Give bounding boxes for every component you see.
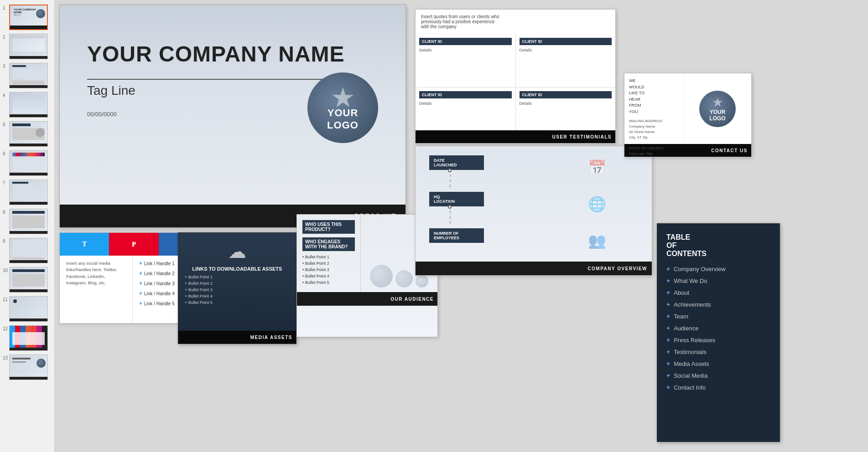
aud-bullet-2: • Bullet Point 2 bbox=[302, 261, 355, 266]
plus-icon-5: + bbox=[139, 300, 142, 307]
thumb-bottom-bar bbox=[10, 26, 47, 29]
client-bar-1: CLIENT ID bbox=[419, 38, 512, 45]
toc-title-block: TABLE OF CONTENTS bbox=[666, 233, 770, 258]
toc-title-line2: OF bbox=[666, 241, 770, 250]
company-overview-label: COMPANY OVERVIEW bbox=[587, 266, 647, 271]
toc-item-achievements[interactable]: + Achievements bbox=[666, 301, 770, 308]
toc-plus-icon-1: + bbox=[666, 265, 670, 272]
toc-label-team: Team bbox=[674, 313, 688, 320]
co-bottom-bar: COMPANY OVERVIEW bbox=[416, 262, 652, 275]
toc-item-testimonials[interactable]: + Testimonials bbox=[666, 348, 770, 355]
toc-item-media-assets[interactable]: + Media Assets bbox=[666, 360, 770, 367]
slide-date: 00/00/0000 bbox=[87, 111, 117, 118]
mac-bottom-bar: MEDIA ASSETS bbox=[178, 331, 296, 344]
toc-item-what-we-do[interactable]: + What We Do bbox=[666, 277, 770, 284]
pinterest-icon: 𝐏 bbox=[132, 241, 136, 248]
toc-item-team[interactable]: + Team bbox=[666, 313, 770, 320]
mac-bullets: + Bullet Point 1 + Bullet Point 2 + Bull… bbox=[178, 272, 296, 309]
slide-thumb-6[interactable]: 6 bbox=[0, 149, 54, 178]
slide-thumb-2[interactable]: 2 bbox=[0, 32, 54, 61]
toc-item-contact-info[interactable]: + Contact Info bbox=[666, 384, 770, 391]
toc-item-social-media[interactable]: + Social Media bbox=[666, 372, 770, 379]
testimonials-slide: Insert quotes from users or clients who … bbox=[415, 9, 616, 144]
pinterest-icon-btn[interactable]: 𝐏 bbox=[109, 233, 158, 256]
slide-num-4: 4 bbox=[3, 93, 9, 98]
slide-thumb-9[interactable]: 9 bbox=[0, 236, 54, 265]
slide-thumb-3[interactable]: 3 bbox=[0, 61, 54, 90]
toc-plus-icon-5: + bbox=[666, 313, 670, 320]
co-hq-location-box: HQLOCATION bbox=[429, 192, 484, 206]
social-link-label-3: Link / Handle 3 bbox=[144, 281, 175, 286]
co-dot-1 bbox=[448, 169, 452, 172]
aud-circle-lg bbox=[370, 265, 393, 288]
slide-logo-text: YOURLOGO bbox=[327, 107, 359, 131]
slide-num-12: 12 bbox=[3, 326, 9, 331]
slide-thumb-4[interactable]: 4 bbox=[0, 90, 54, 119]
client-bar-4: CLIENT ID bbox=[520, 91, 612, 98]
user-testimonials-label: USER TESTIMONIALS bbox=[552, 134, 612, 139]
toc-label-testimonials: Testimonials bbox=[674, 349, 707, 355]
plus-icon-2: + bbox=[139, 270, 142, 277]
social-link-label-1: Link / Handle 1 bbox=[144, 261, 175, 266]
slide-num-8: 8 bbox=[3, 210, 9, 215]
toc-title-line3: CONTENTS bbox=[666, 250, 770, 258]
toc-label-what-we-do: What We Do bbox=[674, 277, 707, 284]
toc-item-about[interactable]: + About bbox=[666, 289, 770, 296]
toc-plus-icon-10: + bbox=[666, 372, 670, 379]
contact-us-label: CONTACT US bbox=[711, 148, 748, 153]
toc-label-achievements: Achievements bbox=[674, 301, 711, 308]
slide-thumb-12[interactable]: 12 bbox=[0, 324, 54, 353]
toc-item-press-releases[interactable]: + Press Releases bbox=[666, 336, 770, 344]
aud-circle-md bbox=[395, 270, 413, 288]
slide-thumb-13[interactable]: 13 bbox=[0, 353, 54, 382]
toc-plus-icon-11: + bbox=[666, 384, 670, 391]
aud-bottom-bar: OUR AUDIENCE bbox=[297, 292, 437, 306]
cloud-download-icon: ☁ bbox=[178, 241, 296, 262]
people-icon: 👥 bbox=[588, 232, 606, 249]
contact-left-col: WEWOULDLIKE TOHEARFROMYOU MAILING ADDRES… bbox=[624, 73, 684, 144]
twitter-icon: 𝕋 bbox=[82, 241, 87, 248]
slide-num-11: 11 bbox=[3, 297, 9, 302]
social-link-label-2: Link / Handle 2 bbox=[144, 271, 175, 276]
mac-links-label: LINKS TO DOWNLOADABLE ASSETS bbox=[178, 266, 296, 272]
social-link-label-5: Link / Handle 5 bbox=[144, 301, 175, 306]
thumb-13-logo bbox=[36, 359, 46, 368]
slide-thumb-1[interactable]: 1 YOUR COMPANY NAME Tag Line bbox=[0, 3, 54, 32]
toc-label-media-assets: Media Assets bbox=[674, 360, 709, 367]
mac-bullet-2: + Bullet Point 2 bbox=[185, 281, 290, 286]
contact-slide: WEWOULDLIKE TOHEARFROMYOU MAILING ADDRES… bbox=[624, 73, 752, 157]
mac-bullet-1: + Bullet Point 1 bbox=[185, 275, 290, 279]
twitter-icon-btn[interactable]: 𝕋 bbox=[60, 233, 109, 256]
plus-icon-1: + bbox=[139, 260, 142, 267]
client-details-4: Details bbox=[520, 101, 612, 106]
toc-plus-icon-9: + bbox=[666, 360, 670, 367]
toc-item-audience[interactable]: + Audience bbox=[666, 324, 770, 332]
mac-bullet-3: + Bullet Point 3 bbox=[185, 288, 290, 292]
slide-logo-circle: ★ YOURLOGO bbox=[307, 72, 378, 143]
contact-star-icon: ★ bbox=[712, 96, 723, 109]
slide-panel: 1 YOUR COMPANY NAME Tag Line 2 3 4 bbox=[0, 0, 55, 452]
testimonials-header-text: Insert quotes from users or clients who … bbox=[416, 10, 507, 34]
calendar-icon: 📅 bbox=[588, 159, 606, 176]
slide-thumb-11[interactable]: 11 bbox=[0, 294, 54, 324]
toc-item-company-overview[interactable]: + Company Overview bbox=[666, 265, 770, 272]
toc-label-contact-info: Contact Info bbox=[674, 384, 706, 391]
aud-label-who-engages: WHO ENGAGES WITH THE BRAND? bbox=[302, 237, 355, 251]
toc-plus-icon-4: + bbox=[666, 301, 670, 308]
test-bottom-bar: USER TESTIMONIALS bbox=[416, 130, 615, 143]
slide-thumb-8[interactable]: 8 bbox=[0, 207, 54, 236]
thumb-logo-circle bbox=[36, 9, 45, 18]
slide-thumb-5[interactable]: 5 bbox=[0, 119, 54, 149]
globe-icon: 🌐 bbox=[588, 195, 606, 213]
aud-left-col: WHO USES THIS PRODUCT? WHO ENGAGES WITH … bbox=[297, 215, 361, 292]
toc-plus-icon-7: + bbox=[666, 336, 670, 344]
toc-label-press-releases: Press Releases bbox=[674, 337, 715, 344]
slide-thumb-7[interactable]: 7 bbox=[0, 178, 54, 207]
toc-plus-icon-2: + bbox=[666, 277, 670, 284]
contact-logo-text: YOURLOGO bbox=[709, 109, 725, 122]
contact-address: MAILING ADDRESS Company Name 00 Street N… bbox=[629, 118, 679, 157]
media-assets-label: MEDIA ASSETS bbox=[250, 335, 292, 340]
aud-circle-sm bbox=[416, 275, 428, 288]
slide-thumb-10[interactable]: 10 bbox=[0, 265, 54, 294]
media-assets-slide: ☁ LINKS TO DOWNLOADABLE ASSETS + Bullet … bbox=[178, 232, 296, 344]
